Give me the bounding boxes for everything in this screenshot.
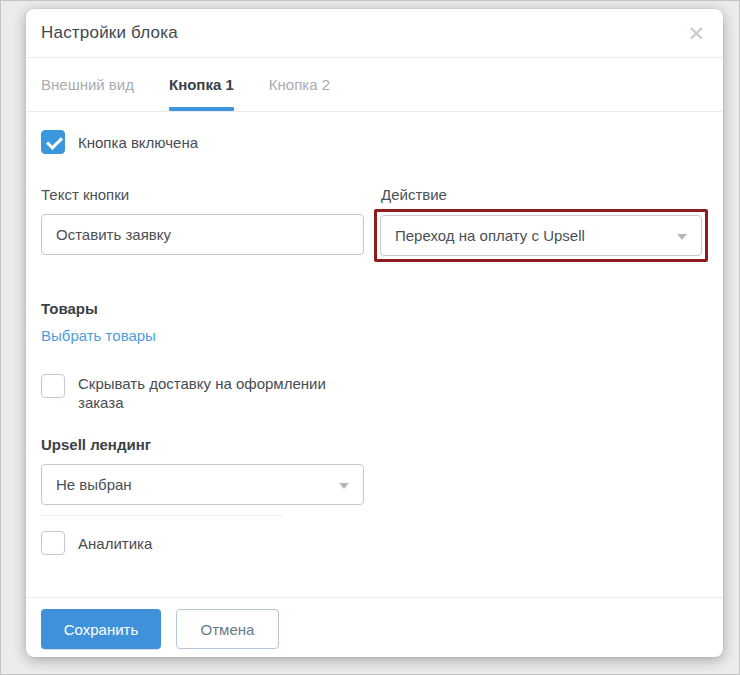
button-enabled-row: Кнопка включена — [41, 130, 708, 154]
hide-delivery-row: Скрывать доставку на оформлении заказа — [41, 374, 708, 412]
hide-delivery-checkbox[interactable] — [41, 374, 65, 398]
upsell-landing-select-value: Не выбран — [56, 476, 132, 493]
button-text-action-row: Текст кнопки Действие Переход на оплату … — [41, 186, 708, 262]
upsell-landing-select[interactable]: Не выбран — [41, 464, 364, 505]
action-select-value: Переход на оплату с Upsell — [395, 227, 585, 244]
action-select[interactable]: Переход на оплату с Upsell — [380, 215, 702, 256]
chevron-down-icon — [339, 483, 349, 489]
button-enabled-label: Кнопка включена — [78, 130, 198, 152]
tab-bar: Внешний вид Кнопка 1 Кнопка 2 — [26, 58, 723, 112]
button-text-field: Текст кнопки — [41, 186, 364, 262]
tab-button-1-label: Кнопка 1 — [169, 76, 234, 93]
products-heading: Товары — [41, 300, 708, 317]
tab-appearance-label: Внешний вид — [41, 76, 134, 93]
block-settings-modal: Настройки блока ✕ Внешний вид Кнопка 1 К… — [26, 9, 723, 657]
close-icon[interactable]: ✕ — [683, 19, 709, 48]
action-highlight-annotation: Переход на оплату с Upsell — [374, 209, 708, 262]
analytics-checkbox[interactable] — [41, 531, 65, 555]
analytics-row: Аналитика — [41, 531, 708, 555]
tab-appearance[interactable]: Внешний вид — [41, 58, 134, 111]
page-background: Настройки блока ✕ Внешний вид Кнопка 1 К… — [0, 0, 740, 675]
tab-button-2-label: Кнопка 2 — [269, 76, 330, 93]
button-text-label: Текст кнопки — [41, 186, 364, 203]
modal-title: Настройки блока — [41, 23, 178, 43]
action-label: Действие — [381, 186, 708, 203]
action-field: Действие Переход на оплату с Upsell — [374, 186, 708, 262]
save-button[interactable]: Сохранить — [41, 609, 161, 649]
button-text-input[interactable] — [41, 214, 364, 255]
analytics-label: Аналитика — [78, 531, 152, 553]
section-divider — [41, 515, 283, 516]
cancel-button[interactable]: Отмена — [176, 609, 279, 649]
chevron-down-icon — [677, 234, 687, 240]
button-enabled-checkbox[interactable] — [41, 130, 65, 154]
hide-delivery-label: Скрывать доставку на оформлении заказа — [78, 374, 368, 412]
modal-footer: Сохранить Отмена — [26, 597, 723, 657]
tab-button-1[interactable]: Кнопка 1 — [169, 58, 234, 111]
active-tab-underline — [169, 107, 234, 111]
upsell-landing-heading: Upsell лендинг — [41, 436, 708, 453]
modal-content: Кнопка включена Текст кнопки Действие Пе… — [26, 112, 723, 597]
modal-header: Настройки блока ✕ — [26, 9, 723, 58]
select-products-link[interactable]: Выбрать товары — [41, 327, 156, 344]
tab-button-2[interactable]: Кнопка 2 — [269, 58, 330, 111]
